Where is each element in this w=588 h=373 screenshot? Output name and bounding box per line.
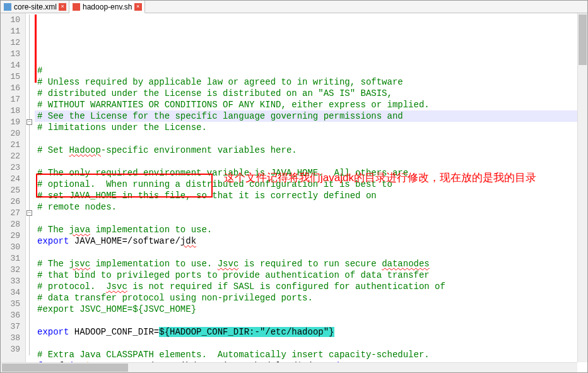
- xml-file-icon: [3, 3, 12, 11]
- fold-toggle-icon[interactable]: −: [26, 119, 32, 125]
- code-token: #: [37, 66, 42, 76]
- line-number: 32: [1, 264, 25, 276]
- fold-cell: [26, 321, 35, 333]
- line-number: 39: [1, 344, 25, 355]
- tab-xml[interactable]: core-site.xml×: [1, 1, 69, 13]
- code-token: jdk: [180, 236, 196, 246]
- code-line[interactable]: # protocol. Jsvc is not required if SASL…: [35, 281, 587, 292]
- code-line[interactable]: # remote nodes.: [35, 201, 587, 213]
- fold-cell: [26, 287, 35, 299]
- code-line[interactable]: [35, 213, 587, 224]
- code-line[interactable]: # distributed under the License is distr…: [35, 88, 587, 99]
- code-token: # Set: [37, 145, 69, 155]
- code-token: is required to run secure: [238, 259, 382, 269]
- code-line[interactable]: # optional. When running a distributed c…: [35, 179, 587, 190]
- fold-cell: −: [26, 208, 35, 219]
- line-number: 30: [1, 242, 25, 253]
- code-line[interactable]: export JAVA_HOME=/software/jdk: [35, 235, 587, 247]
- code-line[interactable]: #: [35, 65, 587, 76]
- line-number: 35: [1, 299, 25, 310]
- fold-cell: [26, 49, 35, 60]
- code-line[interactable]: # set JAVA_HOME in this file, so that it…: [35, 190, 587, 201]
- fold-cell: [26, 276, 35, 287]
- code-token: # Unless required by applicable law or a…: [37, 77, 403, 87]
- code-line[interactable]: [35, 156, 587, 167]
- line-number: 11: [1, 26, 25, 37]
- code-token: jsvc: [69, 259, 90, 269]
- code-token: ${HADOOP_CONF_DIR:-"/etc/hadoop"}: [159, 327, 334, 337]
- line-number: 31: [1, 253, 25, 264]
- fold-cell: [26, 344, 35, 355]
- line-number: 12: [1, 37, 25, 49]
- code-token: Hadoop: [69, 145, 100, 155]
- code-token: # limitations under the License.: [37, 122, 207, 133]
- line-number: 19: [1, 117, 25, 128]
- line-number: 29: [1, 230, 25, 242]
- fold-cell: −: [26, 117, 35, 128]
- svg-rect-0: [4, 3, 11, 11]
- code-line[interactable]: export HADOOP_CONF_DIR=${HADOOP_CONF_DIR…: [35, 326, 587, 338]
- code-token: implementation to use.: [90, 225, 212, 235]
- line-number: 34: [1, 287, 25, 299]
- code-token: # optional. When running a distributed c…: [37, 179, 392, 189]
- tab-bar: core-site.xml×hadoop-env.sh×: [1, 1, 587, 13]
- editor-body: 1011121314151617181920212223242526272829…: [1, 13, 587, 372]
- code-token: # Extra Java CLASSPATH elements. Automat…: [37, 350, 430, 360]
- line-number: 16: [1, 83, 25, 94]
- code-token: # protocol.: [37, 281, 106, 292]
- code-line[interactable]: # data transfer protocol using non-privi…: [35, 292, 587, 304]
- vertical-scrollbar[interactable]: [577, 13, 587, 362]
- code-line[interactable]: # Unless required by applicable law or a…: [35, 76, 587, 88]
- code-token: JAVA_HOME=/software/: [69, 236, 180, 246]
- code-token: export: [37, 236, 69, 246]
- code-line[interactable]: [35, 338, 587, 349]
- code-line[interactable]: # The jsvc implementation to use. Jsvc i…: [35, 258, 587, 269]
- line-number: 22: [1, 151, 25, 162]
- line-number: 13: [1, 49, 25, 60]
- fold-cell: [26, 230, 35, 242]
- code-line[interactable]: # Set Hadoop-specific environment variab…: [35, 145, 587, 156]
- close-icon[interactable]: ×: [59, 3, 66, 11]
- code-token: # data transfer protocol using non-privi…: [37, 293, 313, 303]
- fold-cell: [26, 71, 35, 83]
- line-number: 36: [1, 310, 25, 321]
- fold-cell: [26, 94, 35, 105]
- code-line[interactable]: # Extra Java CLASSPATH elements. Automat…: [35, 349, 587, 360]
- fold-cell: [26, 105, 35, 117]
- line-number: 24: [1, 174, 25, 185]
- fold-cell: [26, 26, 35, 37]
- code-token: -specific environment variables here.: [101, 145, 297, 155]
- code-line[interactable]: # The java implementation to use.: [35, 224, 587, 235]
- code-line[interactable]: [35, 133, 587, 145]
- code-line[interactable]: # that bind to privileged ports to provi…: [35, 269, 587, 281]
- close-icon[interactable]: ×: [134, 3, 142, 11]
- code-token: Jsvc: [218, 259, 239, 269]
- fold-cell: [26, 264, 35, 276]
- fold-cell: [26, 15, 35, 26]
- code-line[interactable]: [35, 247, 587, 258]
- code-line[interactable]: #export JSVC_HOME=${JSVC_HOME}: [35, 304, 587, 315]
- fold-toggle-icon[interactable]: −: [26, 210, 32, 216]
- line-number: 28: [1, 219, 25, 230]
- line-number: 37: [1, 321, 25, 333]
- horizontal-scroll-thumb[interactable]: [2, 364, 128, 372]
- code-area[interactable]: 这个文件记得将我们javajdk的目录进行修改，现在放的是我的目录 ## Unl…: [35, 13, 587, 372]
- code-line[interactable]: # WITHOUT WARRANTIES OR CONDITIONS OF AN…: [35, 99, 587, 110]
- code-line[interactable]: # limitations under the License.: [35, 122, 587, 133]
- vertical-scroll-thumb[interactable]: [579, 15, 587, 65]
- tab-label: core-site.xml: [14, 3, 57, 11]
- line-number: 26: [1, 196, 25, 208]
- tab-sh[interactable]: hadoop-env.sh×: [69, 1, 145, 13]
- fold-cell: [26, 242, 35, 253]
- fold-cell: [26, 310, 35, 321]
- fold-column: −−: [26, 13, 35, 372]
- code-line[interactable]: [35, 315, 587, 326]
- code-token: HADOOP_CONF_DIR=: [69, 327, 159, 337]
- horizontal-scrollbar[interactable]: [1, 362, 577, 372]
- line-number: 15: [1, 71, 25, 83]
- line-number: 23: [1, 162, 25, 174]
- code-line[interactable]: # See the License for the specific langu…: [35, 110, 587, 122]
- code-line[interactable]: # The only required environment variable…: [35, 167, 587, 179]
- fold-cell: [26, 83, 35, 94]
- code-token: Jsvc: [106, 281, 127, 292]
